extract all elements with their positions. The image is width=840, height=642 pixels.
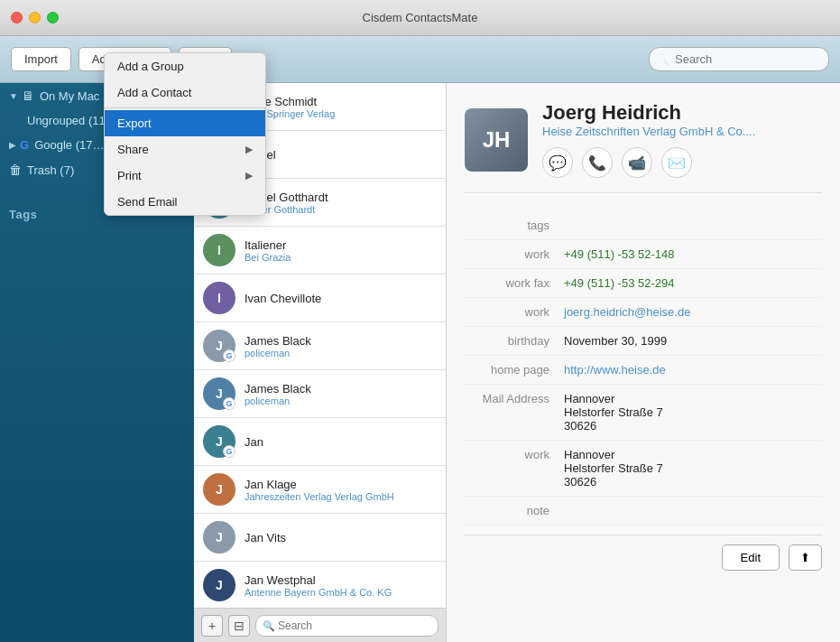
work-fax-row: work fax +49 (511) -53 52-294 bbox=[465, 269, 822, 298]
google-badge-icon: G bbox=[223, 445, 235, 458]
contact-name: James Black bbox=[245, 334, 437, 348]
menu-item-share[interactable]: Share ▶ bbox=[105, 136, 194, 163]
detail-name: Joerg Heidrich bbox=[542, 101, 822, 125]
note-row: note bbox=[465, 497, 822, 526]
list-search-input[interactable] bbox=[255, 615, 438, 637]
email-button[interactable]: ✉️ bbox=[661, 147, 692, 178]
birthday-value: November 30, 1999 bbox=[564, 334, 667, 348]
message-button[interactable]: 💬 bbox=[542, 147, 573, 178]
on-my-mac-label: On My Mac bbox=[40, 89, 99, 103]
add-contact-button[interactable]: + bbox=[201, 615, 223, 637]
contact-name: Irene Schmidt bbox=[245, 95, 437, 108]
birthday-label: birthday bbox=[465, 334, 564, 348]
phone-button[interactable]: 📞 bbox=[582, 147, 613, 178]
contact-name: Isabel Gotthardt bbox=[245, 191, 437, 204]
homepage-value[interactable]: http://www.heise.de bbox=[564, 363, 666, 377]
list-item[interactable]: J G Jan bbox=[194, 418, 446, 466]
close-button[interactable] bbox=[11, 12, 23, 23]
share-label: Share bbox=[117, 143, 149, 156]
work-phone-value: +49 (511) -53 52-148 bbox=[564, 247, 675, 261]
maximize-button[interactable] bbox=[47, 12, 59, 23]
contact-name: Jan Klage bbox=[245, 478, 437, 491]
detail-panel: JH Joerg Heidrich Heise Zeitschriften Ve… bbox=[447, 83, 840, 642]
avatar: J bbox=[203, 521, 235, 554]
contact-sub: Axel Springer Verlag bbox=[245, 108, 437, 119]
mail-address-row: Mail Address HannoverHelstorfer Straße 7… bbox=[465, 385, 822, 441]
traffic-lights bbox=[11, 12, 59, 23]
work-email-row: work joerg.heidrich@heise.de bbox=[465, 298, 822, 327]
list-item[interactable]: J Jan Vits bbox=[194, 514, 446, 562]
menu-item-print[interactable]: Print ▶ bbox=[105, 163, 194, 189]
trash-label: Trash (7) bbox=[27, 163, 74, 177]
contact-name: James Black bbox=[245, 382, 437, 395]
tags-field-label: tags bbox=[465, 219, 564, 232]
avatar: I bbox=[203, 234, 235, 266]
detail-avatar: JH bbox=[465, 108, 528, 172]
detail-bottom-bar: Edit ⬆ bbox=[465, 535, 822, 571]
title-bar: Cisdem ContactsMate bbox=[0, 0, 840, 36]
search-icon: 🔍 bbox=[263, 619, 275, 631]
homepage-label: home page bbox=[465, 363, 564, 377]
google-label: Google (17… bbox=[34, 138, 104, 152]
import-button[interactable]: Import bbox=[11, 47, 71, 71]
contact-name: Isabel bbox=[245, 148, 437, 162]
mail-address-value: HannoverHelstorfer Straße 730626 bbox=[564, 392, 663, 433]
contact-name: Ivan Chevillote bbox=[245, 292, 437, 305]
google-badge-icon: G bbox=[223, 397, 235, 410]
tags-label: Tags bbox=[9, 208, 37, 221]
homepage-row: home page http://www.heise.de bbox=[465, 356, 822, 385]
list-bottom-bar: + ⊟ 🔍 bbox=[194, 608, 446, 642]
detail-company: Heise Zeitschriften Verlag GmbH & Co.... bbox=[542, 125, 822, 138]
work-phone-label: work bbox=[465, 247, 564, 261]
list-item[interactable]: J Jan Westphal Antenne Bayern GmbH & Co.… bbox=[194, 562, 446, 608]
avatar: I bbox=[203, 282, 235, 314]
menu-item-export[interactable]: Export bbox=[105, 110, 194, 136]
expand-arrow-icon: ▼ bbox=[9, 91, 18, 101]
menu-separator-1 bbox=[105, 107, 194, 108]
search-input[interactable] bbox=[649, 47, 829, 71]
work-email-label: work bbox=[465, 305, 564, 319]
tags-row: tags bbox=[465, 211, 822, 240]
work-address-label: work bbox=[465, 448, 564, 488]
contact-sub: Jahreszeiten Verlag Verlag GmbH bbox=[245, 491, 437, 502]
sidebar: ▼ 🖥 On My Mac (1148) Ungrouped (1148) ▶ … bbox=[0, 83, 194, 642]
work-phone-row: work +49 (511) -53 52-148 bbox=[465, 240, 822, 269]
work-fax-value: +49 (511) -53 52-294 bbox=[564, 276, 675, 290]
contact-sub: Dieter Gotthardt bbox=[245, 204, 437, 215]
app-title: Cisdem ContactsMate bbox=[363, 11, 478, 24]
add-contact-label: Add a Contact bbox=[117, 86, 191, 99]
contact-name: Jan bbox=[245, 435, 437, 449]
list-item[interactable]: I Ivan Chevillote bbox=[194, 274, 446, 322]
adjust-button[interactable]: ⊟ bbox=[228, 615, 250, 637]
main-layout: ▼ 🖥 On My Mac (1148) Ungrouped (1148) ▶ … bbox=[0, 83, 840, 642]
mail-address-label: Mail Address bbox=[465, 392, 564, 433]
search-wrapper: 🔍 bbox=[649, 47, 829, 71]
export-label: Export bbox=[117, 116, 152, 130]
context-menu: Add a Group Add a Contact Export Share ▶… bbox=[104, 83, 194, 216]
detail-actions: 💬 📞 📹 ✉️ bbox=[542, 147, 822, 178]
trash-icon: 🗑 bbox=[9, 163, 22, 177]
minimize-button[interactable] bbox=[29, 12, 41, 23]
contact-sub: policeman bbox=[245, 348, 437, 358]
note-label: note bbox=[465, 504, 564, 517]
work-email-value[interactable]: joerg.heidrich@heise.de bbox=[564, 305, 690, 319]
google-icon: G bbox=[20, 138, 29, 152]
list-item[interactable]: I Italiener Bei Grazia bbox=[194, 227, 446, 274]
menu-item-send-email[interactable]: Send Email bbox=[105, 189, 194, 215]
contact-name: Italiener bbox=[245, 238, 437, 252]
video-button[interactable]: 📹 bbox=[622, 147, 652, 178]
birthday-row: birthday November 30, 1999 bbox=[465, 327, 822, 356]
expand-arrow-google-icon: ▶ bbox=[9, 140, 16, 150]
edit-button[interactable]: Edit bbox=[722, 544, 780, 571]
list-item[interactable]: J G James Black policeman bbox=[194, 322, 446, 370]
share-detail-button[interactable]: ⬆ bbox=[789, 544, 822, 571]
menu-item-add-contact[interactable]: Add a Contact bbox=[105, 83, 194, 106]
print-label: Print bbox=[117, 169, 142, 182]
list-item[interactable]: J G James Black policeman bbox=[194, 370, 446, 418]
google-badge-icon: G bbox=[223, 349, 235, 362]
work-address-row: work HannoverHelstorfer Straße 730626 bbox=[465, 441, 822, 497]
work-address-value: HannoverHelstorfer Straße 730626 bbox=[564, 448, 663, 488]
work-fax-label: work fax bbox=[465, 276, 564, 290]
avatar: J bbox=[203, 569, 235, 601]
list-item[interactable]: J Jan Klage Jahreszeiten Verlag Verlag G… bbox=[194, 466, 446, 514]
